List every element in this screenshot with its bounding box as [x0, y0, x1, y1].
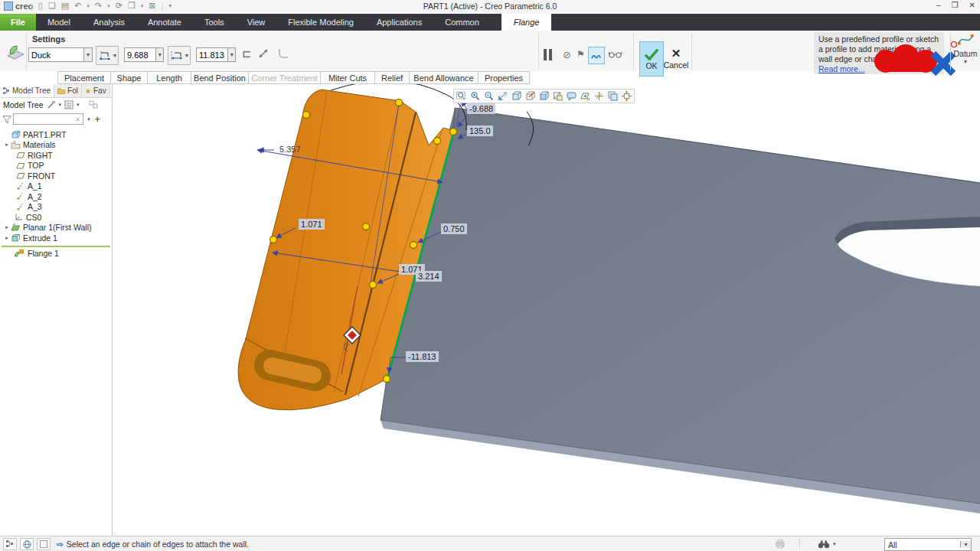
drag-handle[interactable]	[363, 223, 370, 230]
dim-label-offset2[interactable]: -11.813	[406, 351, 439, 362]
drag-handle[interactable]	[450, 129, 457, 135]
tree-item-a1[interactable]: A_1	[0, 181, 112, 192]
dim-label-angle[interactable]: 135.0	[467, 126, 493, 136]
tab-miter-cuts[interactable]: Miter Cuts	[321, 71, 375, 84]
tree-columns-icon[interactable]	[89, 100, 99, 109]
tab-shape[interactable]: Shape	[111, 71, 148, 84]
web-browser-icon[interactable]	[20, 538, 34, 550]
undo-icon[interactable]: ↶	[74, 1, 81, 11]
section-icon[interactable]	[551, 90, 564, 102]
tab-relief[interactable]: Relief	[375, 71, 410, 84]
tree-tools-caret-icon[interactable]: ▾	[59, 102, 62, 108]
toggle-navigator-icon[interactable]	[3, 538, 17, 550]
drag-handle[interactable]	[370, 282, 377, 289]
tab-view[interactable]: View	[236, 14, 277, 31]
tree-item-planar1[interactable]: ▸ Planar 1(First Wall)	[0, 223, 112, 233]
refit-icon[interactable]	[496, 90, 509, 102]
flange-length-1-combo[interactable]: ▾	[124, 47, 164, 62]
zoom-window-icon[interactable]	[455, 90, 468, 102]
tree-item-top[interactable]: TOP	[0, 161, 112, 171]
ok-button[interactable]: OK	[639, 41, 664, 77]
expand-icon[interactable]: ▸	[3, 235, 11, 241]
drag-handle[interactable]	[410, 242, 417, 249]
windows-caret-icon[interactable]: ▾	[141, 3, 144, 9]
find-binoculars-icon[interactable]	[818, 540, 830, 549]
expand-icon[interactable]: ▸	[3, 224, 11, 230]
tooltip-read-more-link[interactable]: Read more...	[818, 64, 865, 73]
drag-handle[interactable]	[270, 236, 277, 243]
qat-customize-caret-icon[interactable]: ▾	[168, 2, 172, 9]
panel-tab-favorites[interactable]: ★ Fav	[82, 84, 110, 97]
tree-item-extrude1[interactable]: ▸ Extrude 1	[0, 233, 112, 243]
zoom-out-icon[interactable]	[482, 90, 495, 102]
tree-item-front[interactable]: FRONT	[0, 171, 112, 181]
tree-item-part[interactable]: PART1.PRT	[0, 129, 112, 140]
minimize-button[interactable]: –	[936, 1, 941, 9]
flange-length-1-caret-icon[interactable]: ▾	[156, 47, 164, 62]
sketch-profile-icon[interactable]: ⊏	[242, 47, 251, 60]
dim-label-offset1[interactable]: -9.688	[467, 103, 495, 114]
saved-orientations-icon[interactable]	[510, 90, 523, 102]
tree-settings-icon[interactable]	[64, 100, 74, 109]
new-file-icon[interactable]: ▯	[38, 1, 43, 11]
full-screen-icon[interactable]	[37, 538, 51, 550]
flange-length-2-input[interactable]	[196, 47, 228, 62]
length-dim-type-1-button[interactable]: ▾	[96, 46, 119, 65]
tab-flange-active[interactable]: Flange	[501, 14, 552, 31]
datum-display-icon[interactable]	[579, 90, 592, 102]
regenerate-icon[interactable]: ⟳	[116, 1, 122, 11]
redo-icon[interactable]: ↷	[95, 1, 102, 11]
drag-components-icon[interactable]	[620, 90, 633, 102]
flange-length-1-input[interactable]	[124, 47, 156, 62]
datum-caret-icon[interactable]: ▾	[952, 58, 978, 65]
tab-tools[interactable]: Tools	[193, 14, 236, 31]
tree-settings-caret-icon[interactable]: ▾	[77, 102, 80, 108]
cancel-button[interactable]: ✕ Cancel	[663, 41, 689, 75]
tab-file[interactable]: File	[0, 14, 36, 31]
dim-label-thickness[interactable]: 0.750	[441, 223, 467, 234]
tab-common[interactable]: Common	[433, 14, 491, 31]
close-window-icon[interactable]: ⊠	[149, 1, 155, 11]
zoom-in-icon[interactable]	[469, 90, 482, 102]
insertion-locator[interactable]	[2, 246, 110, 247]
panel-tab-folder-browser[interactable]: Fol	[54, 84, 82, 97]
dim-label-width[interactable]: 5.357	[277, 144, 303, 155]
drag-handle[interactable]	[384, 376, 390, 383]
restore-button[interactable]: ❐	[952, 1, 959, 9]
panel-tab-model-tree[interactable]: Model Tree	[0, 84, 54, 97]
dim-label-length[interactable]: 3.214	[416, 271, 442, 282]
no-preview-icon[interactable]: ⊘	[563, 49, 571, 60]
verify-icon[interactable]: ⚑	[577, 49, 585, 60]
find-caret-icon[interactable]: ▾	[833, 541, 836, 547]
close-button[interactable]: ✕	[969, 1, 975, 9]
tab-bend-allowance[interactable]: Bend Allowance	[410, 71, 479, 84]
open-file-icon[interactable]: ❏	[48, 1, 56, 11]
tree-item-right[interactable]: RIGHT	[0, 150, 112, 161]
selection-filter-combo[interactable]: All ▾	[884, 538, 972, 551]
annotations-icon[interactable]	[565, 90, 578, 102]
redo-caret-icon[interactable]: ▾	[107, 3, 110, 9]
tab-applications[interactable]: Applications	[365, 14, 433, 31]
glasses-icon[interactable]	[609, 51, 622, 59]
view-manager-icon[interactable]	[606, 90, 619, 102]
tab-flexible-modeling[interactable]: Flexible Modeling	[276, 14, 365, 31]
flange-length-2-caret-icon[interactable]: ▾	[228, 47, 236, 62]
view-normal-icon[interactable]	[524, 90, 537, 102]
profile-type-input[interactable]	[28, 47, 84, 62]
tab-analysis[interactable]: Analysis	[82, 14, 136, 31]
expand-icon[interactable]: ▸	[3, 142, 11, 148]
tree-item-cs0[interactable]: CS0	[0, 212, 112, 223]
filter-clear-icon[interactable]: ×	[76, 116, 80, 123]
filter-add-icon[interactable]: +	[95, 114, 100, 125]
feature-preview-toggle[interactable]	[588, 47, 605, 64]
tab-bend-position[interactable]: Bend Position	[191, 71, 249, 84]
spin-center-icon[interactable]	[593, 90, 606, 102]
drag-handle[interactable]	[396, 99, 403, 106]
filter-caret-icon[interactable]: ▾	[87, 116, 90, 122]
drag-handle[interactable]	[303, 112, 310, 119]
filter-funnel-icon[interactable]	[2, 115, 11, 124]
sheet-metal-body[interactable]	[381, 108, 980, 514]
tree-item-materials[interactable]: ▸ Materials	[0, 140, 112, 151]
length-dim-type-2-caret-icon[interactable]: ▾	[185, 52, 188, 59]
profile-type-combo[interactable]: ▾	[28, 47, 93, 62]
